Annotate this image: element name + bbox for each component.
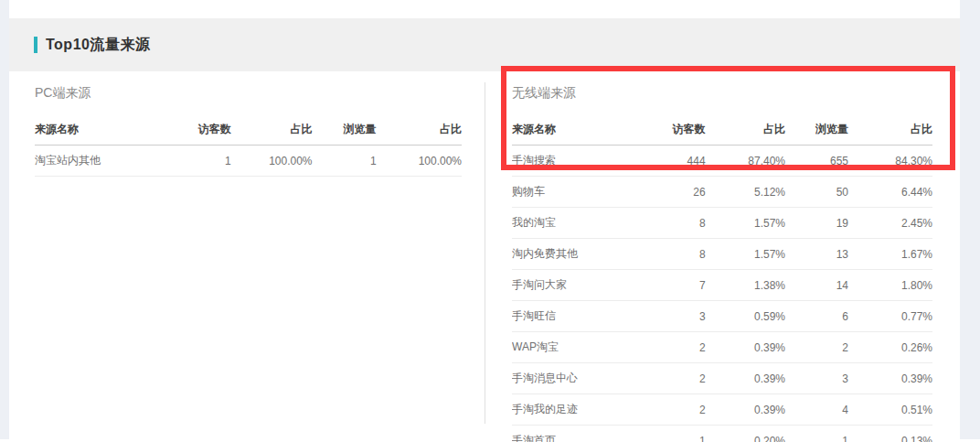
- table-row: 手淘消息中心 2 0.39% 3 0.39%: [512, 363, 932, 394]
- source-name-cell: 手淘首页: [512, 426, 622, 442]
- visitors-cell: 2: [622, 363, 706, 394]
- visitors-pct-cell: 0.59%: [706, 301, 785, 332]
- pc-sources-table: 来源名称 访客数 占比 浏览量 占比 淘宝站内其他 1 100.00% 1 10…: [35, 117, 462, 177]
- visitors-pct-cell: 0.20%: [706, 426, 785, 442]
- top-spacer: [9, 0, 960, 18]
- page-background-right-strip: [960, 0, 980, 439]
- col-header-visitors: 访客数: [145, 117, 230, 146]
- visitors-pct-cell: 87.40%: [706, 146, 785, 177]
- views-cell: 19: [785, 208, 848, 239]
- visitors-pct-cell: 100.00%: [231, 146, 313, 177]
- visitors-cell: 8: [622, 208, 706, 239]
- visitors-cell: 8: [622, 239, 706, 270]
- wireless-table-header-row: 来源名称 访客数 占比 浏览量 占比: [512, 117, 932, 146]
- table-row: 手淘我的足迹 2 0.39% 4 0.51%: [512, 394, 932, 426]
- col-header-visitors-pct: 占比: [706, 117, 785, 146]
- source-name-cell: 购物车: [512, 177, 622, 208]
- visitors-pct-cell: 0.39%: [706, 332, 785, 363]
- table-row: 手淘搜索 444 87.40% 655 84.30%: [512, 146, 932, 177]
- page-background-left-strip: [0, 0, 9, 439]
- pc-table-header-row: 来源名称 访客数 占比 浏览量 占比: [35, 117, 462, 146]
- pc-sources-title: PC端来源: [35, 85, 462, 102]
- source-name-cell: WAP淘宝: [512, 332, 622, 363]
- teal-accent-bar-icon: [34, 37, 37, 53]
- views-pct-cell: 100.00%: [377, 146, 462, 177]
- views-cell: 1: [785, 426, 848, 442]
- visitors-pct-cell: 0.39%: [706, 363, 785, 394]
- wireless-sources-section: 无线端来源 来源名称 访客数 占比 浏览量 占比 手淘搜索: [512, 85, 932, 442]
- visitors-pct-cell: 5.12%: [706, 177, 785, 208]
- views-cell: 3: [785, 363, 848, 394]
- col-header-views-pct: 占比: [848, 117, 932, 146]
- visitors-cell: 2: [622, 394, 706, 426]
- visitors-pct-cell: 1.57%: [706, 239, 785, 270]
- section-header-band: Top10流量来源: [9, 18, 960, 71]
- visitors-cell: 444: [622, 146, 706, 177]
- table-row: 我的淘宝 8 1.57% 19 2.45%: [512, 208, 932, 239]
- traffic-sources-card: PC端来源 来源名称 访客数 占比 浏览量 占比 淘宝站内其他: [9, 71, 960, 442]
- table-row: 手淘旺信 3 0.59% 6 0.77%: [512, 301, 932, 332]
- views-pct-cell: 2.45%: [848, 208, 932, 239]
- col-header-views: 浏览量: [313, 117, 377, 146]
- wireless-sources-table: 来源名称 访客数 占比 浏览量 占比 手淘搜索 444 87.40% 655 8…: [512, 117, 932, 442]
- views-cell: 655: [785, 146, 848, 177]
- source-name-cell: 手淘消息中心: [512, 363, 622, 394]
- table-row: WAP淘宝 2 0.39% 2 0.26%: [512, 332, 932, 363]
- source-name-cell: 我的淘宝: [512, 208, 622, 239]
- page-title: Top10流量来源: [46, 36, 150, 55]
- col-header-visitors: 访客数: [622, 117, 706, 146]
- views-pct-cell: 0.39%: [848, 363, 932, 394]
- views-cell: 13: [785, 239, 848, 270]
- visitors-cell: 1: [622, 426, 706, 442]
- source-name-cell: 淘宝站内其他: [35, 146, 145, 177]
- views-pct-cell: 84.30%: [848, 146, 932, 177]
- views-cell: 6: [785, 301, 848, 332]
- views-cell: 2: [785, 332, 848, 363]
- views-pct-cell: 0.26%: [848, 332, 932, 363]
- table-row: 淘内免费其他 8 1.57% 13 1.67%: [512, 239, 932, 270]
- views-pct-cell: 0.51%: [848, 394, 932, 426]
- col-header-source-name: 来源名称: [512, 117, 622, 146]
- traffic-sources-page: Top10流量来源 PC端来源 来源名称 访客数 占比 浏览量 占比: [0, 0, 980, 442]
- views-cell: 1: [313, 146, 377, 177]
- wireless-sources-title: 无线端来源: [512, 85, 932, 102]
- col-header-views: 浏览量: [785, 117, 848, 146]
- views-cell: 4: [785, 394, 848, 426]
- views-pct-cell: 6.44%: [848, 177, 932, 208]
- section-header: Top10流量来源: [34, 18, 150, 71]
- views-pct-cell: 0.77%: [848, 301, 932, 332]
- views-pct-cell: 1.80%: [848, 270, 932, 301]
- visitors-pct-cell: 1.57%: [706, 208, 785, 239]
- views-pct-cell: 0.13%: [848, 426, 932, 442]
- visitors-cell: 26: [622, 177, 706, 208]
- source-name-cell: 手淘搜索: [512, 146, 622, 177]
- visitors-cell: 2: [622, 332, 706, 363]
- col-header-views-pct: 占比: [377, 117, 462, 146]
- views-cell: 14: [785, 270, 848, 301]
- views-cell: 50: [785, 177, 848, 208]
- source-name-cell: 淘内免费其他: [512, 239, 622, 270]
- table-row: 淘宝站内其他 1 100.00% 1 100.00%: [35, 146, 462, 177]
- source-name-cell: 手淘我的足迹: [512, 394, 622, 426]
- table-divider: [485, 82, 485, 424]
- table-row: 手淘问大家 7 1.38% 14 1.80%: [512, 270, 932, 301]
- visitors-pct-cell: 1.38%: [706, 270, 785, 301]
- visitors-pct-cell: 0.39%: [706, 394, 785, 426]
- table-row: 购物车 26 5.12% 50 6.44%: [512, 177, 932, 208]
- source-name-cell: 手淘问大家: [512, 270, 622, 301]
- col-header-source-name: 来源名称: [35, 117, 145, 146]
- visitors-cell: 1: [145, 146, 230, 177]
- col-header-visitors-pct: 占比: [231, 117, 313, 146]
- views-pct-cell: 1.67%: [848, 239, 932, 270]
- pc-sources-section: PC端来源 来源名称 访客数 占比 浏览量 占比 淘宝站内其他: [35, 85, 462, 177]
- visitors-cell: 3: [622, 301, 706, 332]
- source-name-cell: 手淘旺信: [512, 301, 622, 332]
- table-row: 手淘首页 1 0.20% 1 0.13%: [512, 426, 932, 442]
- visitors-cell: 7: [622, 270, 706, 301]
